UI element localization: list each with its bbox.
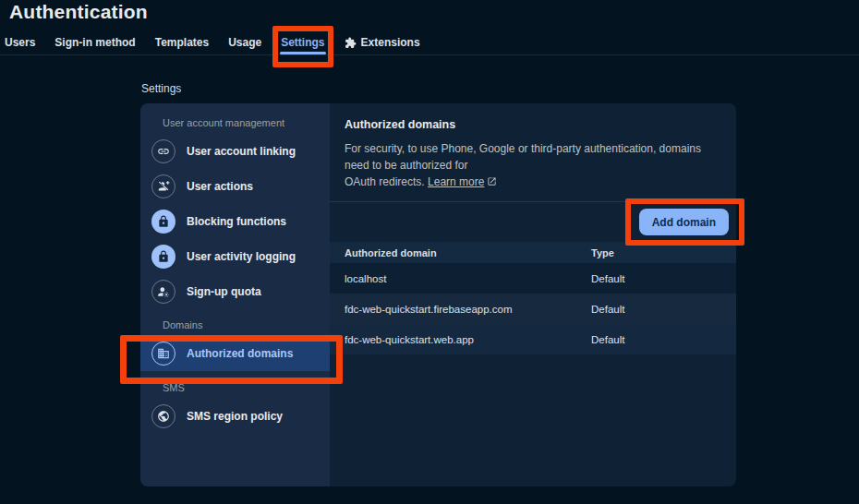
- toolbar: Add domain: [330, 202, 736, 242]
- panel-heading: Authorized domains: [345, 118, 721, 131]
- lock-icon: [151, 210, 175, 234]
- tab-sign-in-method-label: Sign-in method: [54, 36, 135, 49]
- domain-cell: fdc-web-quickstart.web.app: [345, 334, 591, 345]
- sidebar-item-label: User activity logging: [187, 250, 296, 263]
- globe-icon: [151, 404, 175, 428]
- authorized-domains-panel: Authorized domains For security, to use …: [330, 103, 736, 486]
- sidebar-item-authorized-domains[interactable]: Authorized domains: [140, 336, 330, 371]
- link-icon: [151, 139, 175, 163]
- type-cell: Default: [591, 304, 721, 315]
- tab-extensions[interactable]: Extensions: [345, 30, 420, 55]
- breadcrumb: Settings: [141, 82, 181, 95]
- section-label-sms: SMS: [163, 382, 330, 394]
- sidebar-item-label: Authorized domains: [187, 347, 293, 360]
- page-title: Authentication: [9, 1, 148, 23]
- table-row[interactable]: fdc-web-quickstart.web.app Default: [330, 324, 736, 354]
- settings-card: User account management User account lin…: [140, 103, 736, 486]
- authorized-domains-table: Authorized domain Type localhost Default…: [330, 242, 736, 354]
- lock-icon: [151, 245, 175, 269]
- description-line1: For security, to use Phone, Google or th…: [345, 140, 721, 174]
- domain-icon: [151, 342, 175, 366]
- type-cell: Default: [591, 273, 721, 284]
- table-row[interactable]: fdc-web-quickstart.firebaseapp.com Defau…: [330, 294, 736, 324]
- person-off-icon: [151, 174, 175, 198]
- type-cell: Default: [591, 334, 721, 345]
- settings-sidebar: User account management User account lin…: [140, 103, 330, 486]
- tab-settings[interactable]: Settings: [281, 30, 324, 55]
- sidebar-item-user-actions[interactable]: User actions: [140, 169, 330, 204]
- add-domain-button[interactable]: Add domain: [639, 209, 729, 235]
- tab-templates[interactable]: Templates: [155, 30, 209, 55]
- sidebar-item-label: Blocking functions: [187, 215, 286, 228]
- authentication-settings-page: Authentication Users Sign-in method Temp…: [0, 0, 859, 504]
- sidebar-item-label: SMS region policy: [187, 410, 283, 423]
- sidebar-item-sign-up-quota[interactable]: Sign-up quota: [140, 274, 330, 309]
- domain-cell: fdc-web-quickstart.firebaseapp.com: [345, 304, 591, 315]
- tab-extensions-label: Extensions: [361, 36, 420, 49]
- section-label-domains: Domains: [163, 319, 330, 331]
- domain-cell: localhost: [345, 273, 591, 284]
- manage-accounts-icon: [151, 280, 175, 304]
- sidebar-item-blocking-functions[interactable]: Blocking functions: [140, 204, 330, 239]
- sidebar-item-user-activity-logging[interactable]: User activity logging: [140, 239, 330, 274]
- sidebar-item-user-account-linking[interactable]: User account linking: [140, 134, 330, 169]
- tab-users[interactable]: Users: [5, 30, 35, 55]
- tab-templates-label: Templates: [155, 36, 209, 49]
- column-header-authorized-domain: Authorized domain: [345, 247, 591, 258]
- tab-sign-in-method[interactable]: Sign-in method: [54, 30, 135, 55]
- sidebar-item-sms-region-policy[interactable]: SMS region policy: [140, 399, 330, 434]
- sidebar-item-label: User actions: [187, 180, 253, 193]
- section-label-user-account-management: User account management: [163, 117, 330, 129]
- description-line2: OAuth redirects.: [345, 175, 428, 188]
- active-tab-underline: [280, 52, 325, 54]
- panel-description: For security, to use Phone, Google or th…: [345, 140, 721, 190]
- sidebar-item-label: User account linking: [187, 145, 296, 158]
- table-row[interactable]: localhost Default: [330, 263, 736, 294]
- tab-settings-label: Settings: [281, 36, 324, 49]
- puzzle-icon: [345, 37, 357, 49]
- learn-more-link[interactable]: Learn more: [428, 175, 484, 188]
- tab-usage-label: Usage: [228, 36, 261, 49]
- tab-usage[interactable]: Usage: [228, 30, 261, 55]
- open-in-new-icon: [487, 176, 497, 186]
- table-header-row: Authorized domain Type: [330, 242, 736, 263]
- sidebar-item-label: Sign-up quota: [187, 285, 261, 298]
- tab-bar: Users Sign-in method Templates Usage Set…: [0, 30, 859, 55]
- column-header-type: Type: [591, 247, 721, 258]
- tab-users-label: Users: [5, 36, 35, 49]
